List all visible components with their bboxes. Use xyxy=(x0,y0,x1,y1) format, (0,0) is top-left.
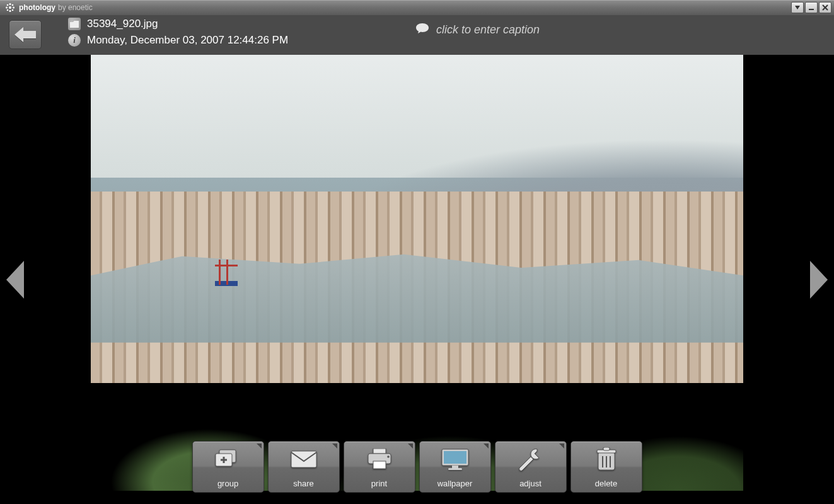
share-label: share xyxy=(293,479,314,488)
svg-marker-14 xyxy=(6,261,24,299)
info-icon: i xyxy=(68,34,81,47)
titlebar: photology by enoetic xyxy=(0,0,834,15)
envelope-icon xyxy=(290,442,318,476)
svg-rect-31 xyxy=(603,447,610,450)
svg-point-7 xyxy=(7,9,9,11)
svg-point-5 xyxy=(7,4,9,6)
adjust-button[interactable]: adjust xyxy=(495,441,567,493)
trash-icon xyxy=(596,442,617,476)
action-toolbar: group share print xyxy=(91,441,743,493)
svg-rect-27 xyxy=(452,466,458,468)
share-button[interactable]: share xyxy=(268,441,340,493)
photo-viewport xyxy=(91,55,743,491)
minimize-button[interactable] xyxy=(805,2,818,13)
main: group share print xyxy=(0,55,834,504)
app-vendor: by enoetic xyxy=(58,3,93,12)
app-logo-icon xyxy=(5,3,15,13)
printer-icon xyxy=(366,442,393,476)
group-icon xyxy=(214,442,242,476)
caption-input[interactable]: click to enter caption xyxy=(416,23,540,37)
photo-image[interactable] xyxy=(91,55,743,491)
file-datetime: Monday, December 03, 2007 12:44:26 PM xyxy=(87,34,288,47)
monitor-icon xyxy=(441,442,470,476)
file-name-row[interactable]: 35394_920.jpg xyxy=(68,18,288,30)
svg-point-8 xyxy=(12,9,14,11)
file-name: 35394_920.jpg xyxy=(87,18,158,30)
folder-icon xyxy=(68,18,81,30)
svg-marker-13 xyxy=(14,27,36,42)
window-menu-button[interactable] xyxy=(791,2,804,13)
svg-rect-20 xyxy=(291,451,316,467)
svg-marker-9 xyxy=(795,6,800,9)
svg-rect-23 xyxy=(373,461,386,469)
svg-rect-28 xyxy=(448,468,462,470)
adjust-label: adjust xyxy=(519,479,542,488)
group-button[interactable]: group xyxy=(192,441,264,493)
group-label: group xyxy=(217,479,238,488)
caption-placeholder: click to enter caption xyxy=(436,23,540,37)
file-info: 35394_920.jpg i Monday, December 03, 200… xyxy=(68,15,288,55)
print-label: print xyxy=(371,479,387,488)
close-button[interactable] xyxy=(819,2,831,13)
header: 35394_920.jpg i Monday, December 03, 200… xyxy=(0,15,834,55)
speech-bubble-icon xyxy=(416,23,429,37)
svg-marker-15 xyxy=(810,261,828,299)
delete-button[interactable]: delete xyxy=(570,441,642,493)
svg-point-6 xyxy=(12,4,14,6)
delete-label: delete xyxy=(595,479,617,488)
previous-photo-button[interactable] xyxy=(4,258,26,302)
print-button[interactable]: print xyxy=(344,441,415,493)
svg-point-3 xyxy=(6,7,8,9)
svg-point-0 xyxy=(9,6,11,9)
svg-point-4 xyxy=(13,7,14,9)
svg-point-2 xyxy=(9,10,11,12)
wrench-icon xyxy=(518,442,543,476)
wallpaper-button[interactable]: wallpaper xyxy=(419,441,491,493)
next-photo-button[interactable] xyxy=(808,258,830,302)
app-name: photology xyxy=(19,3,55,12)
svg-point-24 xyxy=(387,455,390,458)
file-datetime-row[interactable]: i Monday, December 03, 2007 12:44:26 PM xyxy=(68,34,288,47)
svg-rect-26 xyxy=(444,451,466,464)
svg-rect-21 xyxy=(373,449,386,454)
wallpaper-label: wallpaper xyxy=(437,479,473,488)
svg-rect-10 xyxy=(809,9,814,10)
back-button[interactable] xyxy=(9,20,42,49)
svg-point-1 xyxy=(9,3,11,5)
